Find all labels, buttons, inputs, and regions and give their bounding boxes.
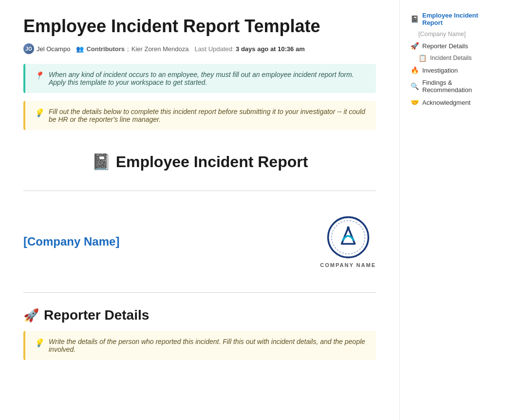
divider-top — [23, 191, 376, 191]
callout-reporter-text: Write the details of the person who repo… — [49, 338, 367, 353]
sidebar: 📓 Employee Incident Report [Company Name… — [399, 0, 507, 420]
sidebar-icon-handshake: 🤝 — [411, 98, 419, 106]
company-section: [Company Name] COMPANY NAME — [23, 201, 376, 283]
sidebar-item-label-0: Employee Incident Report — [422, 12, 496, 26]
sidebar-item-reporter-details[interactable]: 🚀 Reporter Details — [408, 40, 499, 52]
callout-green: 📍 When any kind of incident occurs to an… — [23, 64, 376, 93]
author-info: JO Jel Ocampo — [23, 43, 70, 54]
sidebar-icon-magnify: 🔍 — [411, 82, 419, 90]
notebook-icon: 📓 — [92, 153, 111, 171]
sidebar-icon-clipboard: 📋 — [418, 54, 427, 62]
last-updated: Last Updated: 3 days ago at 10:36 am — [195, 45, 305, 53]
sidebar-item-employee-incident-report[interactable]: 📓 Employee Incident Report — [408, 10, 499, 28]
contributors-names[interactable]: Kier Zoren Mendoza — [132, 45, 189, 53]
bulb-icon-reporter: 💡 — [34, 338, 44, 347]
reporter-section: 🚀 Reporter Details 💡 Write the details o… — [23, 307, 376, 360]
sidebar-item-findings[interactable]: 🔍 Findings & Recommendation — [408, 77, 499, 95]
report-title-section: 📓Employee Incident Report — [23, 138, 376, 181]
bulb-icon: 💡 — [34, 108, 44, 117]
callout-yellow: 💡 Fill out the details below to complete… — [23, 101, 376, 130]
sidebar-item-acknowledgment[interactable]: 🤝 Acknowledgment — [408, 96, 499, 108]
contributors-info: 👥 Contributors ; Kier Zoren Mendoza — [76, 45, 188, 53]
callout-yellow-text: Fill out the details below to complete t… — [49, 108, 367, 123]
svg-point-0 — [328, 217, 368, 258]
contributors-icon: 👥 — [76, 45, 84, 53]
sidebar-item-company-name[interactable]: [Company Name] — [408, 29, 499, 39]
rocket-icon: 🚀 — [23, 308, 39, 323]
svg-point-3 — [347, 227, 349, 229]
callout-reporter: 💡 Write the details of the person who re… — [23, 331, 376, 360]
report-main-title: 📓Employee Incident Report — [23, 153, 376, 171]
sidebar-item-label-4: Investigation — [422, 67, 458, 74]
author-name[interactable]: Jel Ocampo — [37, 45, 70, 53]
sidebar-item-investigation[interactable]: 🔥 Investigation — [408, 64, 499, 76]
company-name[interactable]: [Company Name] — [23, 235, 119, 248]
sidebar-item-label-5: Findings & Recommendation — [422, 79, 496, 94]
reporter-title: 🚀 Reporter Details — [23, 307, 376, 323]
company-logo: COMPANY NAME — [320, 215, 376, 268]
sidebar-item-label-1: [Company Name] — [418, 31, 466, 38]
company-logo-label: COMPANY NAME — [320, 262, 376, 268]
page-title: Employee Incident Report Template — [23, 16, 376, 37]
meta-row: JO Jel Ocampo 👥 Contributors ; Kier Zore… — [23, 43, 376, 54]
sidebar-item-label-6: Acknowledgment — [422, 99, 470, 106]
sidebar-icon-rocket: 🚀 — [411, 42, 419, 50]
divider-bottom — [23, 292, 376, 293]
sidebar-item-label-2: Reporter Details — [422, 42, 468, 50]
avatar: JO — [23, 43, 34, 54]
svg-point-1 — [331, 221, 364, 254]
sidebar-icon-fire: 🔥 — [411, 66, 419, 74]
contributors-label: Contributors — [86, 45, 125, 53]
sidebar-icon-notebook: 📓 — [411, 15, 419, 23]
logo-svg — [326, 215, 370, 259]
callout-green-text: When any kind of incident occurs to an e… — [49, 71, 367, 86]
contributors-separator: ; — [127, 45, 129, 53]
main-content: Employee Incident Report Template JO Jel… — [0, 0, 399, 420]
pin-icon: 📍 — [34, 71, 44, 80]
sidebar-item-label-3: Incident Details — [430, 55, 471, 61]
sidebar-item-incident-details[interactable]: 📋 Incident Details — [408, 53, 499, 63]
